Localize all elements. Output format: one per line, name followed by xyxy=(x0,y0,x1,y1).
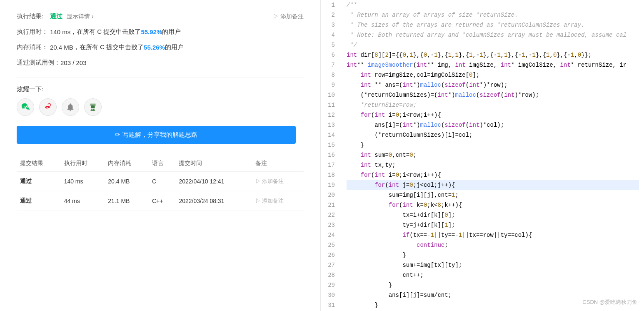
code-line: * The sizes of the arrays are returned a… xyxy=(347,20,639,30)
line-number: 4 xyxy=(326,30,335,40)
td-note[interactable]: ▷ 添加备注 xyxy=(252,191,304,211)
line-number: 14 xyxy=(326,130,335,140)
pass-badge: 通过 xyxy=(50,13,62,20)
code-line: int** imageSmoother(int** img, int imgSi… xyxy=(347,60,639,70)
code-line: * Note: Both returned array and *columnS… xyxy=(347,30,639,40)
douban-button[interactable] xyxy=(84,98,102,116)
memory-value: 20.4 MB xyxy=(50,44,73,51)
wechat-button[interactable] xyxy=(17,98,34,116)
svg-rect-2 xyxy=(91,105,95,108)
code-line: int ** ans=(int*)malloc(sizeof(int*)*row… xyxy=(347,80,639,90)
line-number: 28 xyxy=(326,270,335,280)
weibo-button[interactable] xyxy=(39,98,57,116)
code-line: ans[i]=(int*)malloc(sizeof(int)*col); xyxy=(347,120,639,130)
line-number: 12 xyxy=(326,110,335,120)
line-number: 1 xyxy=(326,0,335,10)
add-note-button-top[interactable]: ▷ 添加备注 xyxy=(273,13,304,20)
line-number: 13 xyxy=(326,120,335,130)
line-number: 15 xyxy=(326,140,335,150)
code-line: for(int i=0;i<row;i++){ xyxy=(347,110,639,120)
code-line: for(int j=0;j<col;j++){ xyxy=(347,180,639,190)
td-runtime: 140 ms xyxy=(61,172,105,191)
code-line: for(int i=0;i<row;i++){ xyxy=(347,170,639,180)
watermark: CSDN @爱吃烤秋刀鱼 xyxy=(582,298,637,306)
line-number: 27 xyxy=(326,260,335,270)
code-editor[interactable]: 1234567891011121314151617181920212223242… xyxy=(321,0,644,311)
runtime-row: 执行用时： 140 ms ，在所有 C 提交中击败了 55.92% 的用户 xyxy=(17,28,304,36)
col-header-memory: 内存消耗 xyxy=(105,156,149,172)
write-solution-button[interactable]: ✏ 写题解，分享我的解题思路 xyxy=(17,126,296,144)
line-number: 7 xyxy=(326,60,335,70)
code-line: if(tx==-1||ty==-1||tx==row||ty==col){ xyxy=(347,230,639,240)
line-number: 18 xyxy=(326,170,335,180)
line-number: 25 xyxy=(326,240,335,250)
line-number: 5 xyxy=(326,40,335,50)
td-lang: C xyxy=(149,172,176,191)
code-line: /** xyxy=(347,0,639,10)
line-number: 26 xyxy=(326,250,335,260)
line-number: 22 xyxy=(326,210,335,220)
table-header-row: 提交结果 执行用时 内存消耗 语言 提交时间 备注 xyxy=(17,156,304,172)
code-content: /** * Return an array of arrays of size … xyxy=(342,0,644,311)
code-line: * Return an array of arrays of size *ret… xyxy=(347,10,639,20)
code-line: ty=j+dir[k][1]; xyxy=(347,220,639,230)
table-row: 通过 44 ms 21.1 MB C++ 2022/03/24 08:31 ▷ … xyxy=(17,191,304,211)
runtime-value: 140 ms xyxy=(50,28,70,35)
code-line: cnt++; xyxy=(347,270,639,280)
col-header-time: 提交时间 xyxy=(175,156,252,172)
memory-percent: 55.26% xyxy=(144,44,165,51)
line-number: 24 xyxy=(326,230,335,240)
memory-row: 内存消耗： 20.4 MB ，在所有 C 提交中击败了 55.26% 的用户 xyxy=(17,43,304,51)
line-number: 10 xyxy=(326,90,335,100)
line-number: 6 xyxy=(326,50,335,60)
line-number: 29 xyxy=(326,280,335,290)
memory-desc: ，在所有 C 提交中击败了 xyxy=(73,43,144,51)
line-number: 31 xyxy=(326,300,335,310)
td-result[interactable]: 通过 xyxy=(17,172,61,191)
line-number: 11 xyxy=(326,100,335,110)
td-memory: 21.1 MB xyxy=(105,191,149,211)
td-result[interactable]: 通过 xyxy=(17,191,61,211)
testcase-row: 通过测试用例： 203 / 203 xyxy=(17,59,304,67)
share-label: 炫耀一下: xyxy=(17,85,304,93)
td-note[interactable]: ▷ 添加备注 xyxy=(252,172,304,191)
code-line: } xyxy=(347,250,639,260)
td-runtime: 44 ms xyxy=(61,191,105,211)
td-memory: 20.4 MB xyxy=(105,172,149,191)
bell-button[interactable] xyxy=(62,98,79,116)
runtime-label: 执行用时： xyxy=(17,28,50,36)
code-line: *returnSize=row; xyxy=(347,100,639,110)
code-line: int dir[8][2]={{0,1},{0,-1},{1,1},{1,-1}… xyxy=(347,50,639,60)
line-numbers: 1234567891011121314151617181920212223242… xyxy=(321,0,342,311)
col-header-result: 提交结果 xyxy=(17,156,61,172)
td-time: 2022/03/24 08:31 xyxy=(175,191,252,211)
line-number: 2 xyxy=(326,10,335,20)
code-line: sum=img[i][j],cnt=1; xyxy=(347,190,639,200)
code-line: tx=i+dir[k][0]; xyxy=(347,210,639,220)
code-line: */ xyxy=(347,40,639,50)
line-number: 21 xyxy=(326,200,335,210)
svg-rect-1 xyxy=(90,105,96,105)
line-number: 23 xyxy=(326,220,335,230)
code-line: sum+=img[tx][ty]; xyxy=(347,260,639,270)
left-panel: 执行结果: 通过 显示详情 › ▷ 添加备注 执行用时： 140 ms ，在所有… xyxy=(0,0,321,311)
td-lang: C++ xyxy=(149,191,176,211)
line-number: 30 xyxy=(326,290,335,300)
col-header-runtime: 执行用时 xyxy=(61,156,105,172)
line-number: 3 xyxy=(326,20,335,30)
svg-rect-5 xyxy=(91,110,95,110)
code-line: } xyxy=(347,140,639,150)
execution-result-row: 执行结果: 通过 显示详情 › ▷ 添加备注 xyxy=(17,13,304,20)
share-section: 炫耀一下: xyxy=(17,85,304,116)
memory-label: 内存消耗： xyxy=(17,43,50,51)
submissions-table: 提交结果 执行用时 内存消耗 语言 提交时间 备注 通过 140 ms 20.4… xyxy=(17,156,304,211)
right-panel: 1234567891011121314151617181920212223242… xyxy=(321,0,644,311)
col-header-lang: 语言 xyxy=(149,156,176,172)
line-number: 9 xyxy=(326,80,335,90)
td-time: 2022/04/10 12:41 xyxy=(175,172,252,191)
show-detail-link[interactable]: 显示详情 › xyxy=(67,13,94,20)
table-row: 通过 140 ms 20.4 MB C 2022/04/10 12:41 ▷ 添… xyxy=(17,172,304,191)
social-icons xyxy=(17,98,304,116)
code-line: int tx,ty; xyxy=(347,160,639,170)
code-line: } xyxy=(347,280,639,290)
